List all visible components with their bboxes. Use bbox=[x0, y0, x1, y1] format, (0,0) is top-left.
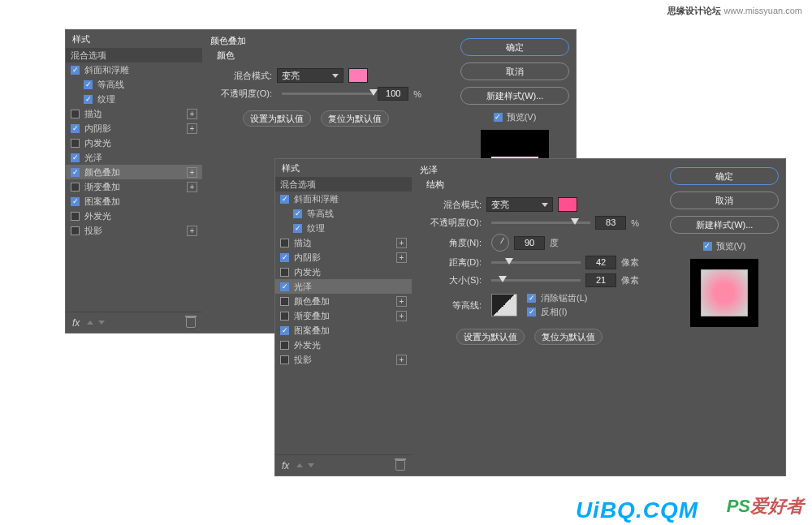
move-up-icon[interactable] bbox=[296, 463, 303, 467]
angle-dial[interactable] bbox=[491, 234, 509, 252]
preview-checkbox[interactable] bbox=[494, 113, 503, 122]
add-effect-icon[interactable]: + bbox=[187, 109, 197, 119]
blending-options[interactable]: 混合选项 bbox=[275, 177, 412, 191]
color-swatch[interactable] bbox=[558, 197, 577, 212]
add-effect-icon[interactable]: + bbox=[187, 123, 197, 134]
style-item-0[interactable]: 斜面和浮雕 bbox=[66, 62, 202, 77]
style-checkbox[interactable] bbox=[71, 226, 80, 235]
style-item-11[interactable]: 投影+ bbox=[66, 223, 202, 238]
blend-mode-dropdown[interactable]: 变亮 bbox=[277, 68, 343, 83]
blending-options[interactable]: 混合选项 bbox=[66, 48, 202, 62]
style-checkbox[interactable] bbox=[293, 209, 302, 218]
cancel-button[interactable]: 取消 bbox=[670, 191, 779, 209]
style-item-10[interactable]: 外发光 bbox=[275, 338, 412, 352]
color-swatch[interactable] bbox=[348, 68, 368, 83]
contour-picker[interactable] bbox=[491, 294, 517, 316]
style-item-6[interactable]: 光泽 bbox=[275, 279, 412, 294]
add-effect-icon[interactable]: + bbox=[187, 182, 197, 192]
new-style-button[interactable]: 新建样式(W)... bbox=[670, 216, 779, 234]
style-item-5[interactable]: 内发光 bbox=[66, 136, 202, 150]
move-down-icon[interactable] bbox=[308, 463, 314, 467]
preview-checkbox[interactable] bbox=[703, 242, 712, 251]
style-item-3[interactable]: 描边+ bbox=[66, 106, 202, 121]
distance-slider[interactable] bbox=[491, 261, 581, 264]
style-item-2[interactable]: 纹理 bbox=[66, 92, 202, 106]
style-checkbox[interactable] bbox=[280, 282, 289, 291]
add-effect-icon[interactable]: + bbox=[396, 311, 407, 321]
style-checkbox[interactable] bbox=[71, 66, 80, 75]
style-checkbox[interactable] bbox=[71, 110, 80, 118]
opacity-value[interactable]: 100 bbox=[378, 87, 408, 101]
invert-checkbox[interactable] bbox=[527, 308, 536, 316]
style-checkbox[interactable] bbox=[280, 355, 289, 364]
opacity-slider[interactable] bbox=[491, 222, 590, 224]
style-item-4[interactable]: 内阴影+ bbox=[275, 250, 412, 265]
opacity-value[interactable]: 83 bbox=[595, 216, 626, 230]
style-item-11[interactable]: 投影+ bbox=[275, 352, 412, 367]
fx-label[interactable]: fx bbox=[72, 317, 80, 329]
style-checkbox[interactable] bbox=[71, 197, 80, 206]
add-effect-icon[interactable]: + bbox=[187, 226, 197, 236]
cancel-button[interactable]: 取消 bbox=[460, 62, 569, 80]
size-value[interactable]: 21 bbox=[585, 273, 616, 287]
style-checkbox[interactable] bbox=[293, 224, 302, 233]
antialias-checkbox[interactable] bbox=[527, 294, 536, 303]
style-checkbox[interactable] bbox=[71, 124, 80, 133]
size-slider[interactable] bbox=[491, 279, 581, 282]
style-item-9[interactable]: 图案叠加 bbox=[66, 194, 202, 209]
style-item-8[interactable]: 渐变叠加+ bbox=[66, 179, 202, 194]
fx-label[interactable]: fx bbox=[282, 460, 289, 471]
angle-value[interactable]: 90 bbox=[514, 236, 545, 250]
ok-button[interactable]: 确定 bbox=[460, 38, 569, 56]
style-item-7[interactable]: 颜色叠加+ bbox=[275, 294, 412, 308]
style-checkbox[interactable] bbox=[71, 212, 80, 221]
style-item-1[interactable]: 等高线 bbox=[66, 77, 202, 92]
style-checkbox[interactable] bbox=[280, 297, 289, 306]
style-item-2[interactable]: 纹理 bbox=[275, 221, 412, 235]
reset-default-button[interactable]: 复位为默认值 bbox=[534, 329, 603, 345]
style-checkbox[interactable] bbox=[280, 239, 289, 247]
make-default-button[interactable]: 设置为默认值 bbox=[243, 110, 311, 127]
style-checkbox[interactable] bbox=[280, 253, 289, 262]
style-checkbox[interactable] bbox=[280, 341, 289, 350]
add-effect-icon[interactable]: + bbox=[187, 167, 197, 178]
style-item-7[interactable]: 颜色叠加+ bbox=[66, 165, 202, 179]
trash-icon[interactable] bbox=[186, 317, 196, 328]
style-checkbox[interactable] bbox=[280, 312, 289, 321]
style-item-10[interactable]: 外发光 bbox=[66, 209, 202, 223]
blend-mode-dropdown[interactable]: 变亮 bbox=[486, 197, 553, 212]
move-up-icon[interactable] bbox=[87, 321, 93, 325]
move-down-icon[interactable] bbox=[98, 321, 105, 325]
style-checkbox[interactable] bbox=[71, 153, 80, 162]
style-checkbox[interactable] bbox=[71, 183, 80, 191]
style-item-8[interactable]: 渐变叠加+ bbox=[275, 308, 412, 323]
style-item-1[interactable]: 等高线 bbox=[275, 206, 412, 221]
style-item-0[interactable]: 斜面和浮雕 bbox=[275, 191, 412, 206]
style-checkbox[interactable] bbox=[71, 139, 80, 148]
style-checkbox[interactable] bbox=[280, 195, 289, 204]
style-item-6[interactable]: 光泽 bbox=[66, 150, 202, 165]
style-item-4[interactable]: 内阴影+ bbox=[66, 121, 202, 136]
reset-default-button[interactable]: 复位为默认值 bbox=[321, 110, 389, 127]
opacity-slider[interactable] bbox=[282, 93, 373, 95]
style-item-label: 投影 bbox=[84, 225, 102, 237]
style-checkbox[interactable] bbox=[84, 80, 93, 89]
layer-style-dialog-2: 样式 混合选项 斜面和浮雕等高线纹理描边+内阴影+内发光光泽颜色叠加+渐变叠加+… bbox=[274, 158, 786, 476]
style-checkbox[interactable] bbox=[280, 268, 289, 277]
style-checkbox[interactable] bbox=[71, 168, 80, 177]
style-checkbox[interactable] bbox=[84, 95, 93, 104]
new-style-button[interactable]: 新建样式(W)... bbox=[460, 87, 569, 105]
add-effect-icon[interactable]: + bbox=[396, 355, 407, 365]
style-checkbox[interactable] bbox=[280, 326, 289, 335]
trash-icon[interactable] bbox=[395, 460, 405, 471]
style-item-9[interactable]: 图案叠加 bbox=[275, 323, 412, 338]
add-effect-icon[interactable]: + bbox=[396, 252, 407, 263]
ok-button[interactable]: 确定 bbox=[670, 167, 779, 185]
styles-header: 样式 bbox=[66, 30, 202, 48]
make-default-button[interactable]: 设置为默认值 bbox=[456, 329, 525, 345]
style-item-5[interactable]: 内发光 bbox=[275, 265, 412, 279]
add-effect-icon[interactable]: + bbox=[396, 238, 407, 248]
distance-value[interactable]: 42 bbox=[585, 256, 616, 269]
add-effect-icon[interactable]: + bbox=[396, 296, 407, 307]
style-item-3[interactable]: 描边+ bbox=[275, 235, 412, 250]
